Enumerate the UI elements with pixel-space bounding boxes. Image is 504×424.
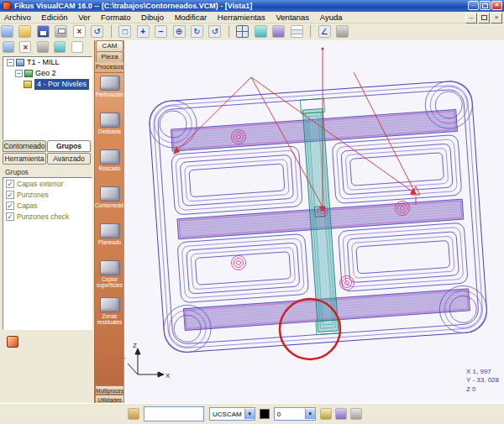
coordinate-input[interactable] bbox=[144, 406, 204, 421]
redraw-icon[interactable] bbox=[208, 25, 221, 38]
machine-icon[interactable] bbox=[3, 41, 14, 53]
tab-row-2: Herramienta Avanzado bbox=[3, 153, 92, 165]
menu-modificar[interactable]: Modificar bbox=[171, 12, 212, 23]
tree-item-label: Geo 2 bbox=[35, 68, 56, 79]
group-item-label: Punzones check bbox=[17, 212, 69, 221]
tree-item-label-selected: 4 - Por Niveles bbox=[34, 79, 89, 90]
menu-dibujo[interactable]: Dibujo bbox=[137, 12, 168, 23]
layer-value: 0 bbox=[275, 411, 305, 418]
simulate-icon[interactable] bbox=[37, 41, 49, 53]
toolbar-separator bbox=[228, 25, 229, 38]
group-item-punzones-check[interactable]: Punzones check bbox=[3, 211, 92, 222]
maximize-button[interactable] bbox=[480, 1, 491, 10]
tab-herramienta[interactable]: Herramienta bbox=[3, 153, 46, 165]
notes-icon[interactable] bbox=[128, 408, 139, 420]
tree-item-por-niveles[interactable]: 4 - Por Niveles bbox=[3, 79, 92, 90]
checkbox-checked-icon[interactable] bbox=[6, 212, 14, 221]
multiprocesos-button[interactable]: Multiprocesos bbox=[95, 385, 124, 395]
rotate-view-icon[interactable] bbox=[191, 25, 203, 38]
application-window: Fikus VisualCAM 16.0 -- (C:\trabajos\Con… bbox=[0, 0, 504, 424]
new-document-icon[interactable] bbox=[1, 25, 13, 38]
operations-tree: T1 - MILL Geo 2 4 - Por Niveles bbox=[3, 56, 92, 140]
sheet-icon[interactable] bbox=[71, 41, 83, 53]
tab-contorneado[interactable]: Contorneado bbox=[3, 140, 46, 152]
group-item-capas-exterior[interactable]: Capas exterior bbox=[3, 178, 92, 189]
checkbox-checked-icon[interactable] bbox=[6, 180, 14, 188]
mill-icon bbox=[16, 59, 24, 66]
process-label: Desbaste bbox=[95, 128, 124, 134]
iso-view-icon[interactable] bbox=[255, 25, 267, 38]
shade-view-icon[interactable] bbox=[272, 25, 285, 38]
save-icon[interactable] bbox=[37, 25, 50, 38]
expand-icon[interactable] bbox=[7, 59, 14, 66]
tree-item-geo[interactable]: Geo 2 bbox=[3, 68, 92, 79]
options-icon[interactable] bbox=[336, 25, 349, 38]
toolbar-separator bbox=[111, 25, 112, 38]
axis-z-label: Z bbox=[133, 342, 137, 349]
status-bar: UCSCAM 0 bbox=[0, 403, 504, 424]
chevron-down-icon[interactable] bbox=[244, 409, 255, 419]
print-icon[interactable] bbox=[55, 25, 67, 38]
mdi-restore-button[interactable] bbox=[478, 13, 490, 24]
undo-icon[interactable] bbox=[91, 25, 103, 38]
coordinate-readout: X 1, 997 Y - 33, 028 Z 0 bbox=[466, 368, 499, 394]
checkbox-checked-icon[interactable] bbox=[6, 202, 14, 210]
layer-combo[interactable]: 0 bbox=[274, 407, 316, 421]
menu-herramientas[interactable]: Herramientas bbox=[213, 12, 270, 23]
cam-process-roscado[interactable]: Roscado bbox=[95, 147, 124, 184]
delete-icon[interactable] bbox=[73, 25, 86, 38]
cam-process-copiar-superficies[interactable]: Copiar superficies bbox=[95, 258, 124, 295]
checkbox-checked-icon[interactable] bbox=[6, 191, 14, 199]
info-icon[interactable] bbox=[7, 336, 18, 348]
tab-grupos[interactable]: Grupos bbox=[47, 140, 91, 152]
ucs-combo[interactable]: UCSCAM bbox=[209, 407, 255, 421]
menu-formato[interactable]: Formato bbox=[97, 12, 134, 23]
pan-icon[interactable] bbox=[173, 25, 186, 38]
viewports-icon[interactable] bbox=[236, 25, 249, 38]
mdi-close-button[interactable] bbox=[491, 13, 502, 24]
cam-panel: CAM Pieza Procesos Perforación Desbaste … bbox=[94, 40, 124, 404]
coord-z: Z 0 bbox=[466, 385, 499, 394]
menu-archivo[interactable]: Archivo bbox=[0, 12, 35, 23]
zoom-window-icon[interactable] bbox=[118, 25, 131, 38]
open-file-icon[interactable] bbox=[18, 25, 31, 38]
color-swatch[interactable] bbox=[260, 409, 270, 419]
visibility-icon[interactable] bbox=[350, 408, 362, 420]
tree-item-label: T1 - MILL bbox=[27, 57, 60, 68]
close-button[interactable] bbox=[491, 1, 502, 10]
expand-icon[interactable] bbox=[15, 70, 23, 77]
process-label: Zonas residuales bbox=[95, 313, 124, 325]
menu-edicion[interactable]: Edición bbox=[37, 12, 71, 23]
menu-ventanas[interactable]: Ventanas bbox=[272, 12, 314, 23]
calc-icon[interactable] bbox=[54, 41, 66, 53]
tab-avanzado[interactable]: Avanzado bbox=[47, 153, 91, 165]
cam-tab[interactable]: CAM bbox=[96, 40, 123, 51]
group-item-punzones[interactable]: Punzones bbox=[3, 189, 92, 200]
zoom-in-icon[interactable] bbox=[137, 25, 150, 38]
filter-icon[interactable] bbox=[335, 408, 347, 420]
pen-icon[interactable] bbox=[320, 408, 332, 420]
cam-process-zonas-residuales[interactable]: Zonas residuales bbox=[95, 295, 124, 332]
measure-icon[interactable] bbox=[318, 25, 331, 38]
mdi-minimize-button[interactable] bbox=[465, 13, 477, 24]
tree-item-mill[interactable]: T1 - MILL bbox=[3, 57, 92, 68]
cam-process-perforacion[interactable]: Perforación bbox=[95, 73, 124, 110]
process-icon bbox=[100, 149, 120, 165]
layers-icon[interactable] bbox=[291, 25, 303, 38]
axis-y-label: Y bbox=[124, 356, 126, 364]
delete-operation-icon[interactable] bbox=[19, 41, 31, 53]
pieza-tab[interactable]: Pieza bbox=[96, 51, 123, 62]
main-viewport[interactable]: Z X Y X 1, 997 Y - 33, 028 Z 0 bbox=[123, 40, 504, 404]
cam-process-desbaste[interactable]: Desbaste bbox=[95, 110, 124, 147]
window-title: Fikus VisualCAM 16.0 -- (C:\trabajos\Con… bbox=[0, 2, 252, 10]
group-item-capas[interactable]: Capas bbox=[3, 200, 92, 211]
menu-ver[interactable]: Ver bbox=[74, 12, 94, 23]
process-icon bbox=[100, 113, 120, 128]
cam-process-contorneado[interactable]: Contorneado bbox=[95, 184, 124, 221]
chevron-down-icon[interactable] bbox=[305, 409, 315, 419]
minimize-button[interactable] bbox=[468, 1, 479, 10]
cam-process-planeado[interactable]: Planeado bbox=[95, 221, 124, 258]
menu-ayuda[interactable]: Ayuda bbox=[316, 12, 347, 23]
process-label: Planeado bbox=[95, 239, 124, 245]
zoom-out-icon[interactable] bbox=[155, 25, 167, 38]
